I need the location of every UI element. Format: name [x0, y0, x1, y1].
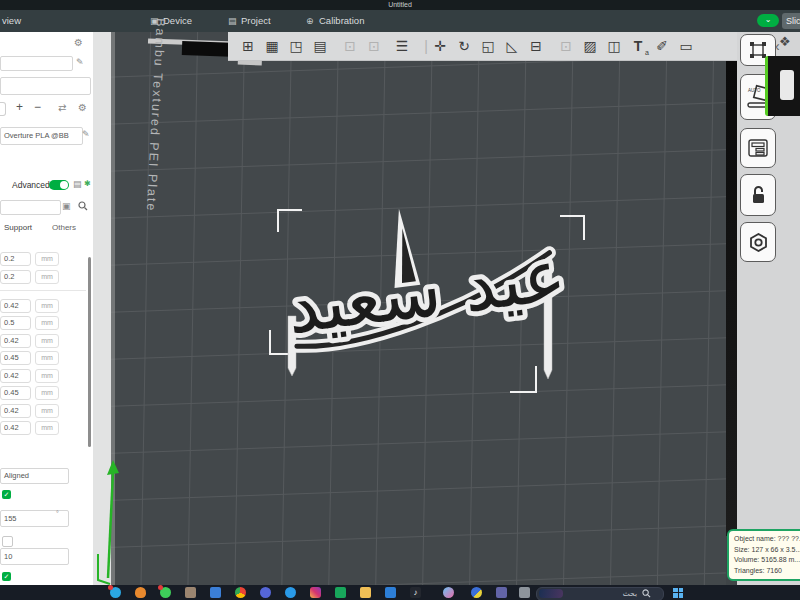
param-row: 0.42 mm [0, 334, 86, 348]
expert-mode-icon[interactable]: ✱ [84, 179, 91, 188]
slicer-app-window: { "window": { "title": "Untitled" }, "me… [0, 0, 800, 600]
param-value-input[interactable]: 0.42 [0, 334, 31, 348]
taskbar-search-box[interactable]: بحث [536, 587, 664, 600]
checkbox-unchecked[interactable] [2, 536, 13, 547]
printer-settings-gear-icon[interactable]: ⚙ [74, 37, 83, 48]
tab-project[interactable]: Project [241, 10, 271, 32]
remove-filament-button[interactable]: − [34, 100, 41, 114]
notification-badge [108, 585, 113, 590]
param-row: 0.42 mm [0, 299, 86, 313]
project-icon: ▤ [228, 10, 237, 32]
filament-settings-gear-icon[interactable]: ⚙ [78, 102, 87, 113]
win-square [679, 593, 684, 598]
advanced-toggle[interactable] [49, 180, 69, 190]
filament-select-input[interactable]: Overture PLA @BB [0, 127, 83, 145]
taskbar-globe-icon[interactable] [471, 587, 482, 598]
sidebar-scrollbar[interactable] [88, 257, 91, 447]
taskbar-green-app-icon[interactable] [335, 587, 346, 598]
param-value-input[interactable]: 0.42 [0, 369, 31, 383]
taskbar-instagram-icon[interactable] [310, 587, 321, 598]
taskbar-snip-icon[interactable] [519, 587, 530, 598]
taskbar-photos-icon[interactable] [185, 587, 196, 598]
info-size: Size: 127 x 66 x 3.5... [734, 545, 800, 556]
param-value-input[interactable]: 0.42 [0, 404, 31, 418]
variable-layer-height-icon[interactable]: ☰ [392, 37, 412, 55]
add-filament-button[interactable]: + [16, 100, 23, 114]
tab-support[interactable]: Support [4, 223, 32, 232]
support-paint-icon[interactable]: ▨ [580, 37, 600, 55]
taskbar-cloud-icon[interactable] [135, 587, 146, 598]
tab-preview[interactable]: view [2, 10, 21, 32]
degree-symbol: ° [56, 510, 59, 517]
move-tool-icon[interactable]: ✛ [430, 37, 450, 55]
tab-calibration[interactable]: Calibration [319, 10, 364, 32]
object-preview-flyout[interactable] [765, 56, 800, 116]
param-table-icon[interactable]: ▤ [73, 179, 82, 189]
taskbar-music-icon[interactable]: ♪ [410, 587, 421, 598]
selection-corner-br [510, 366, 536, 392]
printer-select-input[interactable] [0, 56, 73, 71]
filament-color-chip[interactable] [0, 102, 6, 116]
scale-tool-icon[interactable]: ◱ [478, 37, 498, 55]
measure-tool-icon[interactable]: ▭ [676, 37, 696, 55]
search-settings-input[interactable] [0, 200, 61, 215]
checkbox-checked[interactable]: ✓ [2, 490, 11, 499]
sidebar-settings-panel: ⚙ ✎ + − ⇄ ⚙ Overture PLA @BB ✎ Advanced … [0, 32, 93, 585]
plate-right-wall [726, 36, 737, 536]
param-unit: mm [35, 404, 59, 418]
checkbox-checked[interactable]: ✓ [2, 572, 11, 581]
seam-position-select[interactable]: Aligned [0, 468, 69, 484]
plate-select-input[interactable] [0, 77, 91, 95]
menubar: view ▣ Device ▤ Project ⊕ Calibration ⌄ … [0, 10, 800, 32]
mesh-boolean-icon[interactable]: ◫ [604, 37, 624, 55]
windows-taskbar: ♪ بحث [0, 585, 800, 600]
selection-box-icon [749, 41, 767, 59]
taskbar-copilot-icon[interactable] [443, 587, 454, 598]
model-canvas[interactable]: عيد سعيد [262, 198, 592, 403]
slice-dropdown-button[interactable]: ⌄ [757, 14, 779, 27]
color-paint-icon[interactable]: ✐ [652, 37, 672, 55]
hex-nut-icon [749, 233, 768, 252]
lock-icon [750, 185, 767, 205]
slice-plate-button[interactable]: Slice [782, 13, 800, 29]
count-input[interactable]: 10 [0, 548, 69, 565]
taskbar-store-icon[interactable] [385, 587, 396, 598]
lay-on-face-icon[interactable]: ◺ [502, 37, 522, 55]
windows-start-button[interactable] [673, 588, 683, 598]
param-value-input[interactable]: 0.42 [0, 421, 31, 435]
param-value-input[interactable]: 0.45 [0, 386, 31, 400]
model-arabic-text[interactable]: عيد سعيد [282, 232, 570, 349]
object-list-button[interactable] [740, 128, 776, 168]
param-value-input[interactable]: 0.42 [0, 299, 31, 313]
preset-browse-icon[interactable]: ▣ [62, 201, 71, 211]
param-value-input[interactable]: 0.45 [0, 351, 31, 365]
taskbar-outlook-icon[interactable] [285, 587, 296, 598]
lock-button[interactable] [740, 174, 776, 216]
search-icon[interactable] [78, 201, 88, 211]
param-value-input[interactable]: 0.5 [0, 316, 31, 330]
param-value-input[interactable]: 0.2 [0, 270, 31, 284]
search-icon [642, 589, 651, 598]
taskbar-discord-icon[interactable] [260, 587, 271, 598]
calligraphy-group[interactable]: عيد سعيد [277, 198, 570, 350]
assembly-nut-button[interactable] [740, 222, 776, 262]
edit-filament-icon[interactable]: ✎ [82, 129, 90, 139]
sync-filament-icon[interactable]: ⇄ [58, 102, 66, 113]
taskbar-teams-icon[interactable] [496, 587, 507, 598]
add-object-icon[interactable]: ⊞ [238, 37, 258, 55]
auto-orient-icon[interactable]: ◳ [286, 37, 306, 55]
arrange-icon[interactable]: ▤ [310, 37, 330, 55]
add-plate-icon[interactable]: ▦ [262, 37, 282, 55]
split-tool-icon[interactable]: ⊟ [526, 37, 546, 55]
tab-others[interactable]: Others [52, 223, 76, 232]
param-divider [0, 290, 86, 291]
rotate-tool-icon[interactable]: ↻ [454, 37, 474, 55]
win-square [673, 593, 678, 598]
param-value-input[interactable]: 0.2 [0, 252, 31, 266]
calibration-icon: ⊕ [306, 10, 314, 32]
edit-printer-icon[interactable]: ✎ [76, 57, 84, 67]
taskbar-folder-icon[interactable] [360, 587, 371, 598]
taskbar-chrome-icon[interactable] [235, 587, 246, 598]
multi-plate-icon[interactable]: ❖ [779, 34, 791, 49]
taskbar-blue-app-icon[interactable] [210, 587, 221, 598]
